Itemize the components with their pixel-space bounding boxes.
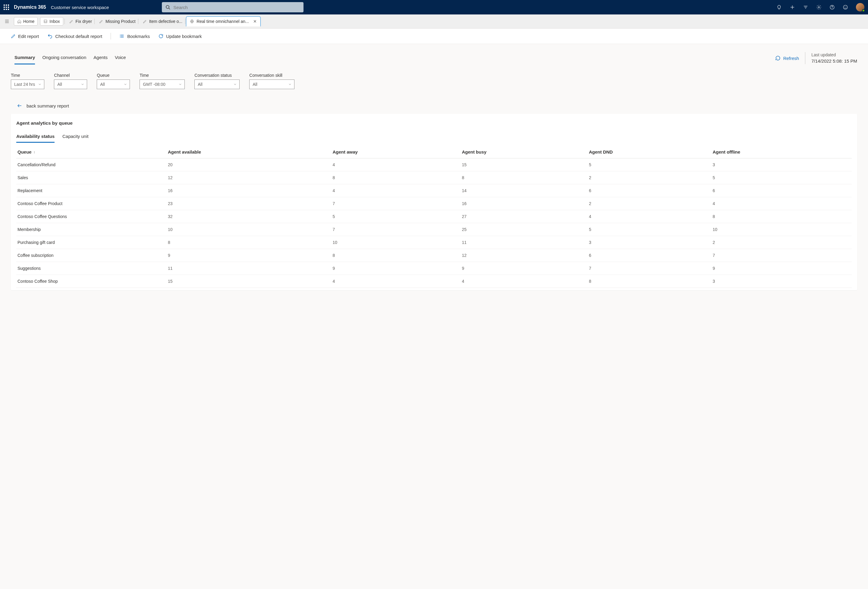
filter-value: GMT -08:00 <box>143 82 165 87</box>
search-input[interactable] <box>173 5 300 10</box>
top-right-actions <box>776 3 864 12</box>
card-title: Agent analytics by queue <box>16 121 852 126</box>
workspace-tab-label: Item defective o... <box>149 19 183 24</box>
workspace-tab-label: Fix dryer <box>76 19 92 24</box>
value-cell: 3 <box>588 236 711 249</box>
value-cell: 5 <box>588 158 711 171</box>
pencil-icon <box>99 19 103 24</box>
value-cell: 10 <box>167 223 332 236</box>
table-row: Contoso Coffee Shop154483 <box>16 275 852 288</box>
top-bar: Dynamics 365 Customer service workspace <box>0 0 868 15</box>
column-header[interactable]: Agent away <box>331 145 461 158</box>
svg-point-22 <box>120 37 121 38</box>
gear-icon[interactable] <box>816 4 822 10</box>
avatar[interactable] <box>856 3 864 12</box>
svg-line-1 <box>169 8 170 9</box>
queue-cell: Contoso Coffee Questions <box>16 210 167 223</box>
card-subtab[interactable]: Availability status <box>16 131 55 143</box>
pill-inbox[interactable]: Inbox <box>40 17 63 26</box>
filter-label: Conversation skill <box>249 73 294 78</box>
bookmarks-button[interactable]: Bookmarks <box>120 34 150 39</box>
filter-value: Last 24 hrs <box>14 82 35 87</box>
update-bookmark-button[interactable]: Update bookmark <box>158 34 202 39</box>
undo-icon <box>47 34 53 39</box>
value-cell: 8 <box>588 275 711 288</box>
value-cell: 5 <box>711 171 852 184</box>
back-text[interactable]: back summary report <box>27 103 69 108</box>
workspace-tab[interactable]: Fix dryer <box>66 16 96 27</box>
globe-icon <box>190 19 194 24</box>
pivot-tab[interactable]: Agents <box>93 52 108 65</box>
table-row: Suggestions119979 <box>16 262 852 275</box>
value-cell: 4 <box>331 158 461 171</box>
queue-cell: Contoso Coffee Product <box>16 197 167 210</box>
app-launcher-icon[interactable] <box>4 4 9 10</box>
column-header[interactable]: Queue↑ <box>16 145 167 158</box>
filter: Conversation skill All <box>249 73 294 89</box>
column-header[interactable]: Agent offline <box>711 145 852 158</box>
refresh-spinner-icon <box>775 55 781 61</box>
chevron-down-icon <box>233 82 237 86</box>
card-subtab[interactable]: Capacity unit <box>62 131 89 143</box>
table-row: Contoso Coffee Questions3252748 <box>16 210 852 223</box>
checkout-report-button[interactable]: Checkout default report <box>47 34 102 39</box>
chevron-down-icon <box>124 82 127 86</box>
workspace-tab[interactable]: Missing Product <box>96 16 139 27</box>
filter-select[interactable]: All <box>194 80 240 89</box>
report-pivot-row: SummaryOngoing conversationAgentsVoice R… <box>11 49 857 65</box>
pivot-tab[interactable]: Voice <box>115 52 126 65</box>
inbox-icon <box>43 19 47 24</box>
close-icon[interactable]: ✕ <box>253 19 257 24</box>
value-cell: 4 <box>588 210 711 223</box>
filter-label: Time <box>140 73 185 78</box>
filter-select[interactable]: All <box>249 80 294 89</box>
pencil-icon <box>69 19 73 24</box>
value-cell: 8 <box>331 249 461 262</box>
value-cell: 7 <box>711 249 852 262</box>
value-cell: 7 <box>331 197 461 210</box>
column-header[interactable]: Agent DND <box>588 145 711 158</box>
presence-indicator <box>862 9 865 12</box>
value-cell: 15 <box>461 158 588 171</box>
pivot-tab[interactable]: Summary <box>15 52 35 65</box>
filter-value: All <box>252 82 257 87</box>
svg-point-10 <box>843 5 847 9</box>
pill-home[interactable]: Home <box>14 17 38 26</box>
pivot-tab[interactable]: Ongoing conversation <box>42 52 86 65</box>
value-cell: 9 <box>167 249 332 262</box>
queue-cell: Purchasing gift card <box>16 236 167 249</box>
value-cell: 12 <box>167 171 332 184</box>
filter-select[interactable]: Last 24 hrs <box>11 80 44 89</box>
queue-cell: Cancellation/Refund <box>16 158 167 171</box>
back-arrow-icon[interactable] <box>17 103 22 108</box>
edit-report-button[interactable]: Edit report <box>11 34 39 39</box>
value-cell: 7 <box>331 223 461 236</box>
emoji-icon[interactable] <box>843 4 848 10</box>
value-cell: 6 <box>588 184 711 197</box>
filter-value: All <box>57 82 62 87</box>
value-cell: 20 <box>167 158 332 171</box>
workspace-tab[interactable]: Real time omnichannel an... ✕ <box>186 16 261 27</box>
value-cell: 8 <box>461 171 588 184</box>
value-cell: 9 <box>461 262 588 275</box>
filter-select[interactable]: All <box>54 80 87 89</box>
help-icon[interactable] <box>830 4 835 10</box>
bookmarks-icon <box>120 34 125 39</box>
pill-home-label: Home <box>23 19 34 24</box>
svg-point-7 <box>818 7 820 8</box>
refresh-icon <box>158 34 164 39</box>
search-box[interactable] <box>162 2 304 12</box>
filter-select[interactable]: GMT -08:00 <box>140 80 185 89</box>
filter-select[interactable]: All <box>97 80 130 89</box>
plus-icon[interactable] <box>790 4 795 10</box>
workspace-tab[interactable]: Item defective o... <box>139 16 186 27</box>
filter-icon[interactable] <box>803 4 808 10</box>
lightbulb-icon[interactable] <box>776 4 782 10</box>
refresh-button[interactable]: Refresh <box>775 55 799 61</box>
value-cell: 4 <box>331 184 461 197</box>
column-header[interactable]: Agent available <box>167 145 332 158</box>
filter: Time GMT -08:00 <box>140 73 185 89</box>
value-cell: 6 <box>588 249 711 262</box>
hamburger-icon[interactable] <box>2 18 12 25</box>
column-header[interactable]: Agent busy <box>461 145 588 158</box>
